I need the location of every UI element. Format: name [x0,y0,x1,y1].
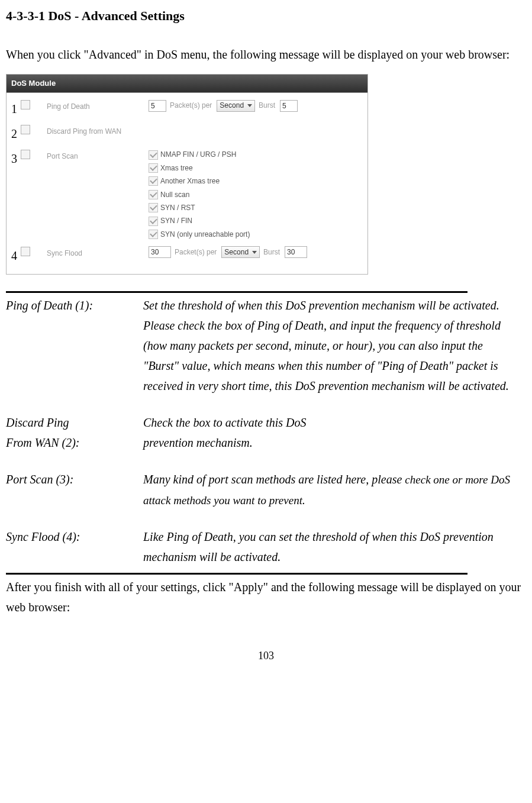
row-discard-ping: 2 Discard Ping from WAN [11,121,363,146]
marker-1: 1 [11,99,20,119]
portscan-option: Another Xmas tree [149,175,220,188]
def-port-scan: Port Scan (3): Many kind of port scan me… [6,469,521,510]
portscan-opt-checkbox[interactable] [149,230,158,239]
portscan-opt-checkbox[interactable] [149,176,158,186]
def-term: Discard Ping [6,412,143,433]
def-desc: Like Ping of Death, you can set the thre… [143,527,521,567]
row-ping-of-death: 1 Ping of Death Packet(s) per Second Bur… [11,96,363,121]
portscan-opt-checkbox[interactable] [149,203,158,212]
portscan-opt-label: Null scan [160,189,189,201]
sync-flood-checkbox[interactable] [21,247,30,256]
def-desc: prevention mechanism. [143,433,521,453]
portscan-option: SYN / RST [149,201,195,214]
portscan-option: SYN / FIN [149,214,192,227]
def-desc-part: Many kind of port scan methods are liste… [143,473,405,486]
sync-unit-value: Second [224,246,249,258]
sync-unit-select[interactable]: Second [221,246,260,258]
page-heading: 4-3-3-1 DoS - Advanced Settings [6,5,526,27]
ping-packets-per-label: Packet(s) per [170,99,212,111]
port-scan-checkbox[interactable] [21,150,30,159]
chevron-down-icon [247,104,252,107]
portscan-opt-checkbox[interactable] [149,190,158,199]
port-scan-label: Port Scan [30,149,149,162]
sync-flood-label: Sync Flood [30,246,149,259]
portscan-option: Xmas tree [149,162,193,175]
sync-burst-label: Burst [263,246,280,258]
definitions-block: Ping of Death (1): Set the threshold of … [6,295,521,567]
ping-unit-select[interactable]: Second [217,100,255,112]
row-sync-flood: 4 Sync Flood Packet(s) per Second Burst [11,243,363,268]
marker-4: 4 [11,246,20,266]
intro-paragraph: When you click "Advanced" in DoS menu, t… [6,44,526,65]
portscan-opt-checkbox[interactable] [149,150,158,160]
portscan-opt-label: NMAP FIN / URG / PSH [160,149,236,160]
def-term: Sync Flood (4): [6,527,143,547]
ping-burst-label: Burst [259,99,275,111]
sync-packets-input[interactable] [149,246,171,258]
portscan-opt-label: Another Xmas tree [160,175,220,187]
divider-bottom [6,573,467,575]
marker-2: 2 [11,124,20,144]
discard-ping-label: Discard Ping from WAN [30,124,149,137]
outro-paragraph: After you finish with all of your settin… [6,577,526,617]
sync-burst-input[interactable] [285,246,307,258]
portscan-opt-label: Xmas tree [160,162,193,174]
ping-of-death-label: Ping of Death [30,99,149,112]
ping-of-death-checkbox[interactable] [21,100,30,109]
def-desc: Many kind of port scan methods are liste… [143,469,521,510]
chevron-down-icon [252,251,257,254]
ping-unit-value: Second [220,99,244,111]
portscan-opt-label: SYN / RST [160,202,195,214]
def-desc: Check the box to activate this DoS [143,412,521,433]
dos-module-screenshot: DoS Module 1 Ping of Death Packet(s) per… [6,74,368,275]
sync-packets-per-label: Packet(s) per [175,246,217,258]
portscan-opt-checkbox[interactable] [149,217,158,226]
page-number: 103 [6,647,526,665]
def-term: Port Scan (3): [6,469,143,489]
marker-3: 3 [11,149,20,169]
portscan-opt-label: SYN (only unreachable port) [160,228,250,240]
ping-burst-input[interactable] [280,100,298,112]
row-port-scan: 3 Port Scan NMAP FIN / URG / PSH Xmas tr… [11,146,363,243]
portscan-option: NMAP FIN / URG / PSH [149,148,236,161]
def-term: Ping of Death (1): [6,295,143,315]
ping-packets-input[interactable] [149,100,166,112]
screenshot-title: DoS Module [7,75,367,93]
def-term: From WAN (2): [6,433,143,453]
portscan-option: SYN (only unreachable port) [149,228,250,241]
divider-top [6,291,467,293]
def-discard-ping-line2: From WAN (2): prevention mechanism. [6,433,521,453]
def-discard-ping: Discard Ping Check the box to activate t… [6,412,521,433]
def-ping-of-death: Ping of Death (1): Set the threshold of … [6,295,521,396]
portscan-option: Null scan [149,188,189,201]
portscan-opt-label: SYN / FIN [160,215,192,227]
def-desc: Set the threshold of when this DoS preve… [143,295,521,396]
def-sync-flood: Sync Flood (4): Like Ping of Death, you … [6,527,521,567]
discard-ping-checkbox[interactable] [21,125,30,134]
portscan-opt-checkbox[interactable] [149,163,158,173]
